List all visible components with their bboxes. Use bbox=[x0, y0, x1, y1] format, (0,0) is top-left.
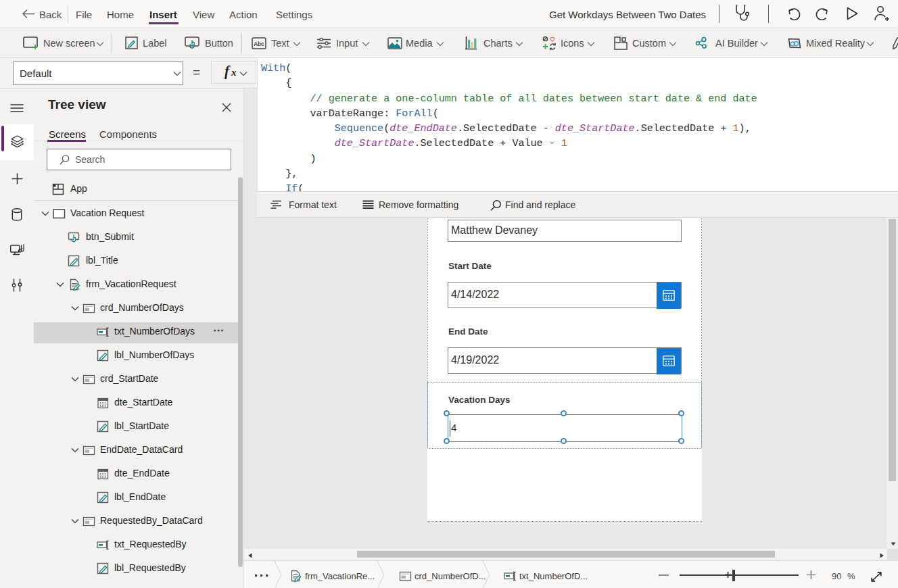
svg-text:Abc: Abc bbox=[254, 41, 264, 47]
